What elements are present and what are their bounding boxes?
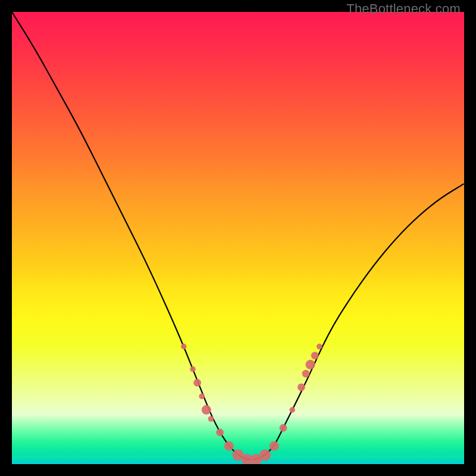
highlight-marker — [289, 407, 295, 413]
watermark-text: TheBottleneck.com — [346, 1, 461, 17]
highlight-marker — [302, 370, 310, 378]
highlight-marker — [190, 367, 196, 372]
highlight-marker — [311, 352, 319, 359]
highlight-marker — [199, 393, 205, 399]
highlight-marker — [306, 360, 315, 369]
highlight-marker — [181, 344, 187, 350]
highlight-marker — [208, 416, 214, 422]
highlight-marker — [202, 405, 211, 415]
highlight-marker — [193, 379, 201, 387]
highlight-marker — [280, 424, 287, 432]
chart-frame — [12, 12, 464, 464]
bottleneck-curve-line — [12, 12, 464, 459]
bottleneck-chart — [12, 12, 464, 464]
highlight-marker — [317, 344, 322, 350]
highlight-marker — [298, 383, 305, 391]
highlighted-points-group — [181, 344, 322, 464]
highlight-marker — [259, 449, 271, 461]
highlight-marker — [270, 441, 279, 451]
highlight-marker — [224, 441, 234, 451]
highlight-marker — [216, 428, 224, 436]
